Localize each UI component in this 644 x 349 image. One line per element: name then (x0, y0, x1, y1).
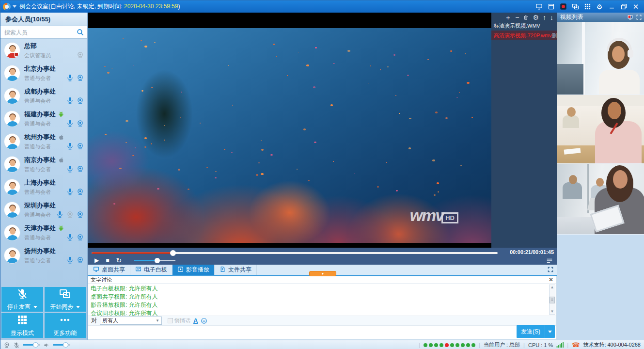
camera-icon[interactable] (76, 74, 84, 82)
tab-label: 影音播放 (186, 266, 209, 274)
mic-icon[interactable] (66, 74, 74, 82)
camera-icon[interactable] (76, 96, 84, 105)
close-icon[interactable]: ✕ (632, 3, 640, 11)
participant-row[interactable]: 深圳办事处普通与会者 (0, 198, 87, 221)
move-up-icon[interactable]: ↑ (543, 14, 546, 21)
mic-icon[interactable] (66, 165, 74, 173)
mic-icon[interactable] (66, 233, 74, 241)
mic-icon[interactable] (66, 96, 74, 105)
video-thumbnail[interactable] (557, 164, 644, 235)
action-button[interactable]: 开始同步 (45, 287, 86, 312)
scroll-down-icon[interactable]: ▼ (550, 309, 555, 314)
camera-icon[interactable] (76, 233, 84, 241)
search-input[interactable] (0, 26, 87, 38)
seek-handle[interactable] (170, 250, 176, 256)
stop-button[interactable]: ■ (106, 257, 109, 263)
dropdown-caret-icon[interactable] (76, 306, 80, 308)
action-button[interactable]: 停止发言 (1, 287, 43, 312)
mic-volume-slider[interactable] (23, 344, 40, 346)
add-icon[interactable]: ＋ (504, 14, 511, 21)
participant-row[interactable]: 上海办事处普通与会者 (0, 175, 87, 198)
replay-button[interactable]: ↻ (116, 257, 122, 264)
send-dropdown-arrow[interactable] (545, 325, 555, 338)
font-color-icon[interactable]: A (193, 317, 198, 324)
fish-dot (308, 180, 310, 181)
mic-icon[interactable] (66, 188, 74, 196)
video-thumbnail[interactable] (557, 95, 644, 164)
camera-icon[interactable] (76, 119, 84, 127)
tab-电子白板[interactable]: 电子白板 (130, 265, 173, 275)
camera-icon[interactable] (76, 51, 84, 59)
volume-slider[interactable] (134, 260, 175, 261)
trash-icon[interactable] (523, 15, 529, 20)
fish-dot (465, 53, 466, 54)
search-icon[interactable] (76, 28, 84, 36)
fish-dot (435, 111, 438, 113)
action-button[interactable]: 显示模式 (1, 313, 43, 338)
participant-row[interactable]: 北京办事处普通与会者 (0, 62, 87, 84)
video-monitor-icon[interactable] (627, 14, 633, 20)
camera-icon[interactable] (76, 142, 84, 150)
close-icon[interactable]: ✕ (549, 277, 553, 283)
camera-icon[interactable] (66, 210, 74, 219)
mic-muted-icon[interactable] (13, 342, 20, 349)
tab-文件共享[interactable]: 文件共享 (215, 265, 257, 275)
move-down-icon[interactable]: ↓ (550, 14, 553, 21)
chat-input-area[interactable]: 发送(S) (88, 326, 556, 339)
mic-icon[interactable] (66, 142, 74, 150)
layout-grid-icon[interactable] (583, 3, 591, 11)
playlist-item[interactable]: 标清演示视频.WMV (491, 21, 557, 31)
whisper-checkbox[interactable] (168, 318, 173, 323)
fish-dot (377, 186, 379, 188)
speaker-volume-slider[interactable] (53, 344, 70, 346)
screen-share-icon[interactable] (535, 3, 543, 11)
playlist-item[interactable]: 高清演示视频-720P.wmv删除 (491, 31, 557, 40)
expand-icon[interactable] (636, 14, 642, 20)
scroll-up-icon[interactable]: ▲ (550, 285, 555, 290)
send-button[interactable]: 发送(S) (517, 325, 555, 338)
remove-icon[interactable]: − (515, 14, 519, 21)
video-thumbnail[interactable] (557, 22, 644, 95)
playlist-delete-button[interactable]: 删除 (552, 31, 557, 40)
minimize-icon[interactable] (608, 3, 615, 11)
participant-row[interactable]: 总部会议管理员 (0, 39, 87, 62)
camera-icon[interactable] (76, 210, 84, 219)
window-mode-icon[interactable] (547, 3, 555, 11)
chat-scrollbar[interactable]: ▲ ▼ (549, 285, 555, 315)
tab-桌面共享[interactable]: 桌面共享 (88, 265, 130, 275)
participant-row[interactable]: 杭州办事处普通与会者 (0, 130, 87, 153)
gear-icon[interactable]: ⚙ (533, 14, 539, 21)
restore-icon[interactable] (620, 3, 628, 11)
scroll-thumb[interactable] (550, 297, 555, 303)
dropdown-caret-icon[interactable] (33, 306, 37, 308)
participant-row[interactable]: 成都办事处普通与会者 (0, 84, 87, 107)
participant-row[interactable]: 南京办事处普通与会者 (0, 153, 87, 175)
action-button[interactable]: 更多功能 (45, 313, 86, 338)
volume-handle[interactable] (155, 258, 160, 263)
video-player-stage[interactable]: wmv HD (88, 13, 491, 248)
seek-bar[interactable] (92, 252, 498, 254)
mic-icon[interactable] (56, 210, 64, 219)
webcam-icon[interactable] (3, 342, 10, 349)
mic-icon[interactable] (66, 119, 74, 127)
sync-screens-icon[interactable] (571, 3, 579, 11)
speaker-icon[interactable] (43, 342, 50, 349)
camera-icon[interactable] (76, 188, 84, 196)
fish-dot (315, 47, 317, 48)
camera-icon[interactable] (76, 256, 84, 264)
expand-icon[interactable] (547, 266, 554, 275)
camera-icon[interactable] (76, 165, 84, 173)
emoji-icon[interactable] (201, 317, 207, 324)
participant-row[interactable]: 福建办事处普通与会者 (0, 107, 87, 130)
participant-row[interactable]: 天津办事处普通与会者 (0, 221, 87, 244)
status-bar: | | 当前用户 : 总部 | CPU : 1 % | ☎ 技术支持: 400-… (0, 340, 644, 349)
tab-影音播放[interactable]: 影音播放 (173, 265, 215, 275)
record-icon[interactable] (559, 3, 567, 11)
participant-row[interactable]: 扬州办事处普通与会者 (0, 244, 87, 267)
chevron-down-icon[interactable] (13, 5, 16, 8)
mic-icon[interactable] (66, 256, 74, 264)
recipient-select[interactable]: 所有人 ▼ (100, 317, 162, 325)
chat-collapse-handle[interactable]: ▼ (309, 271, 336, 276)
settings-gear-icon[interactable]: ⚙ (596, 3, 603, 11)
play-button[interactable]: ▶ (94, 257, 99, 263)
